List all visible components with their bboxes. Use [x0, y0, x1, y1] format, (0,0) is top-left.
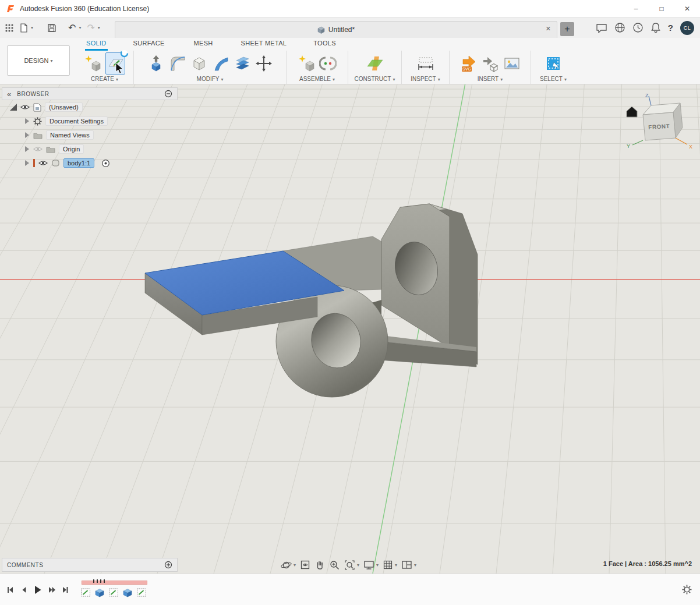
help-button[interactable]: ? [668, 23, 673, 33]
press-pull-icon[interactable] [190, 55, 208, 72]
extrude-icon[interactable] [147, 55, 165, 72]
step-back-button[interactable] [19, 585, 29, 595]
sweep-icon[interactable] [212, 55, 229, 72]
group-insert-label[interactable]: INSERT [478, 76, 503, 82]
select-icon[interactable] [545, 55, 562, 72]
app-grid-icon[interactable] [5, 23, 14, 33]
play-button[interactable] [33, 585, 43, 595]
group-select-label[interactable]: SELECT [540, 76, 567, 82]
gear-icon [33, 117, 42, 126]
job-status-clock-icon[interactable] [632, 22, 644, 33]
extrude-feature-icon[interactable] [94, 586, 105, 598]
workspace-selector[interactable]: DESIGN [7, 45, 70, 76]
collapse-panel-icon[interactable]: « [7, 90, 11, 98]
visibility-eye-icon[interactable] [20, 104, 30, 111]
visibility-eye-off-icon[interactable] [33, 146, 43, 153]
close-tab-icon[interactable]: ✕ [546, 25, 551, 33]
look-at-button[interactable] [300, 560, 310, 570]
fillet-icon[interactable] [169, 55, 186, 72]
move-icon[interactable] [255, 55, 273, 72]
insert-mesh-icon[interactable] [482, 55, 499, 72]
browser-item-label[interactable]: Document Settings [45, 116, 108, 126]
comment-icon[interactable] [596, 23, 607, 33]
mouse-cursor [115, 63, 125, 75]
viewports-button[interactable] [401, 560, 416, 570]
measure-icon[interactable] [416, 55, 435, 72]
browser-item-label[interactable]: (Unsaved) [45, 102, 83, 112]
document-tab[interactable]: Untitled* ✕ [115, 21, 557, 38]
ribbon-groups: CREATE [76, 51, 575, 84]
orbit-button[interactable] [281, 560, 296, 571]
insert-svg-icon[interactable]: SVG [460, 55, 478, 72]
pan-button[interactable] [314, 560, 325, 570]
hide-all-icon[interactable] [164, 90, 172, 98]
timeline-track[interactable] [80, 577, 156, 603]
fusion-logo-icon [6, 4, 15, 13]
browser-row-named-views[interactable]: Named Views [2, 128, 178, 142]
add-comment-icon[interactable] [164, 561, 172, 569]
expand-icon[interactable] [24, 118, 30, 125]
group-assemble-label[interactable]: ASSEMBLE [299, 76, 335, 82]
browser-item-label[interactable]: Named Views [46, 130, 94, 140]
viewcube[interactable]: FRONT Z Y X [623, 90, 695, 153]
new-tab-button[interactable]: + [560, 22, 574, 36]
visibility-eye-icon[interactable] [38, 160, 48, 167]
account-avatar[interactable]: CL [680, 21, 694, 35]
group-construct-label[interactable]: CONSTRUCT [355, 76, 395, 82]
step-forward-button[interactable] [47, 585, 56, 595]
group-modify-label[interactable]: MODIFY [197, 76, 224, 82]
new-component-assemble-icon[interactable] [298, 55, 315, 72]
expand-icon[interactable] [24, 146, 30, 153]
group-construct: CONSTRUCT [348, 51, 402, 84]
new-component-icon[interactable] [84, 55, 101, 72]
expand-icon[interactable] [24, 160, 30, 167]
sketch-feature-icon[interactable] [136, 586, 147, 598]
timeline-settings-gear-icon[interactable] [682, 585, 692, 595]
comments-panel[interactable]: COMMENTS [2, 558, 178, 572]
tab-sheet-metal[interactable]: SHEET METAL [240, 38, 288, 51]
axis-x-label: X [689, 144, 692, 150]
browser-row-document[interactable]: (Unsaved) [2, 100, 178, 114]
browser-row-origin[interactable]: Origin [2, 142, 178, 156]
skip-to-end-button[interactable] [61, 585, 70, 595]
pattern-sheets-icon[interactable] [234, 55, 251, 72]
construction-plane-icon[interactable] [365, 55, 385, 72]
minimize-button[interactable]: – [623, 0, 649, 17]
ground-to-parent-icon[interactable] [101, 159, 110, 168]
maximize-button[interactable]: □ [649, 0, 674, 17]
insert-canvas-icon[interactable] [503, 55, 521, 72]
display-settings-button[interactable] [363, 560, 379, 570]
undo-button[interactable]: ↶ [68, 22, 81, 33]
file-menu-button[interactable] [20, 23, 33, 33]
tab-tools[interactable]: TOOLS [312, 38, 337, 51]
group-create-label[interactable]: CREATE [91, 76, 118, 82]
browser-item-label[interactable]: Origin [59, 144, 84, 154]
timeline-marker-bar[interactable] [82, 581, 147, 585]
window-controls: – □ ✕ [623, 0, 700, 17]
extrude-feature-icon[interactable] [122, 586, 133, 598]
zoom-button[interactable] [329, 560, 340, 571]
fit-button[interactable] [344, 560, 359, 571]
viewport[interactable]: FRONT Z Y X « BROWSER (Unsaved) [0, 84, 700, 574]
sketch-feature-icon[interactable] [108, 586, 119, 598]
redo-button[interactable]: ↷ [87, 22, 100, 33]
globe-icon[interactable] [614, 22, 625, 33]
group-inspect-label[interactable]: INSPECT [411, 76, 440, 82]
browser-item-label[interactable]: body1:1 [63, 158, 94, 168]
model-body[interactable] [145, 204, 478, 397]
grid-snap-button[interactable] [383, 560, 397, 570]
tab-mesh[interactable]: MESH [193, 38, 214, 51]
folder-icon [33, 132, 43, 139]
tab-solid[interactable]: SOLID [85, 38, 108, 51]
close-button[interactable]: ✕ [674, 0, 700, 17]
joint-icon[interactable] [319, 55, 337, 72]
sketch-feature-icon[interactable] [80, 586, 91, 598]
browser-row-document-settings[interactable]: Document Settings [2, 114, 178, 128]
skip-to-start-button[interactable] [6, 585, 15, 595]
expand-icon[interactable] [24, 132, 30, 139]
home-icon[interactable] [627, 107, 637, 117]
browser-row-body[interactable]: body1:1 [2, 156, 178, 170]
notification-bell-icon[interactable] [650, 22, 661, 33]
save-button[interactable] [47, 23, 56, 33]
tab-surface[interactable]: SURFACE [132, 38, 166, 51]
